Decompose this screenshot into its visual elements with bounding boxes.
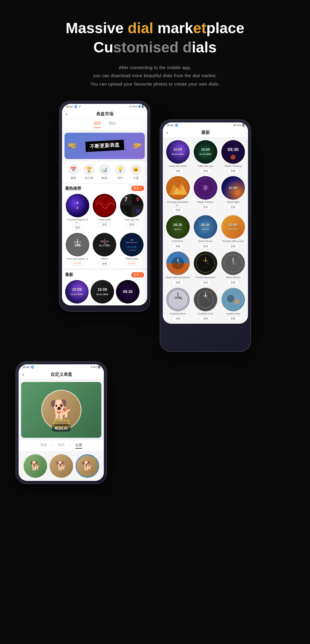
dial-silver-texture-img[interactable]: X: [221, 251, 245, 275]
svg-point-19: [231, 155, 236, 160]
icon-data-circle: 📊: [99, 164, 110, 175]
title-word-stomised: stomised: [113, 39, 183, 56]
icon-minimal[interactable]: 💡 简约: [115, 164, 126, 180]
dial-planet-light-img[interactable]: 10:09: [221, 176, 245, 200]
dial-pure-grey-price[interactable]: ¥ 3.00: [71, 261, 84, 266]
back-button-1[interactable]: ‹: [66, 111, 67, 117]
warm-cold-svg: 12: [166, 251, 190, 275]
title-word-ials: ials: [192, 39, 217, 56]
dial-planet-data-img[interactable]: 20 WEDNESDAY 09:43:55 G: 00H20M: [120, 233, 144, 256]
dial-planet-thinking-install[interactable]: 安装: [227, 168, 239, 174]
dial-cowboy-oval-img[interactable]: MON: [194, 288, 217, 311]
dial-forest-fox-install[interactable]: 安装: [172, 244, 184, 249]
dial-pure-grey-img[interactable]: Jan 11 SAT: [66, 233, 89, 256]
dial-silver-texture-install[interactable]: 安装: [227, 280, 239, 285]
dial-palm-star-install[interactable]: 安装: [200, 168, 211, 174]
icon-ranking[interactable]: 🏆 排行榜: [83, 164, 95, 180]
dial-forest-fox-img[interactable]: 09:30MON 23: [166, 215, 190, 239]
dial-under-moon-label: Under the moon: [169, 165, 187, 168]
tab-style[interactable]: 样式: [58, 443, 65, 449]
back-button-2[interactable]: ‹: [166, 130, 168, 135]
status-bar-3: 18:45 🌀 0.5K/s ▓: [19, 364, 104, 370]
hot-more-button[interactable]: 更多 >: [131, 186, 144, 191]
dial-warm-cold-img[interactable]: 12: [166, 251, 190, 275]
dial-rushing-mountains-img[interactable]: [166, 176, 190, 200]
dial-cowboy-oval: MON Cowboy Oval 安装: [193, 288, 218, 322]
dial-texture-gold-install[interactable]: 安装: [200, 280, 211, 285]
status-time-1: 18:43: [66, 105, 73, 108]
dial-tourists-img[interactable]: 10:0943:34, MON: [221, 215, 245, 239]
status-icon-1: 🌀: [74, 105, 78, 108]
tab-divider-1: |: [52, 443, 53, 449]
dial-wave-point-install[interactable]: 安装: [99, 222, 110, 227]
dial-snow-favors-install[interactable]: 安装: [200, 244, 211, 249]
photo-thumb-1[interactable]: 🐕: [24, 454, 47, 478]
dial-elitism-img[interactable]: WED 06 ELITISM: [93, 233, 116, 256]
dial-magic-pavilion-label: Magic Pavilion: [197, 201, 214, 204]
dial-mini-moon[interactable]: 10:0903-24, MON: [65, 280, 89, 304]
phone-latest: 18:43 🌀 82.1K/s ▓ ‹ 最新 10: [160, 119, 251, 352]
dial-thousand-layers-img[interactable]: ✦◎: [66, 194, 89, 217]
dial-planet-thinking: 09:30 Planet Thinking 安装: [220, 140, 246, 174]
tab-position[interactable]: 位置: [75, 443, 82, 449]
icon-data[interactable]: 📊 数据: [99, 164, 110, 180]
dial-dazzling-silver-img[interactable]: 12:30: [166, 288, 190, 311]
dial-palm-star-img[interactable]: 10:0903-24, MON: [194, 140, 217, 164]
tab-recommended[interactable]: 推荐: [94, 121, 101, 128]
dial-rushing-mountains-install[interactable]: 安装: [172, 207, 184, 213]
tab-bar-1[interactable]: 推荐 我的: [62, 119, 147, 130]
lantern-svg: [221, 288, 245, 311]
status-icon-2: ✔: [79, 105, 81, 108]
dial-mini-planet[interactable]: 09:30: [116, 280, 140, 304]
dial-under-moon-img[interactable]: 10:0903-24, MON: [166, 140, 190, 164]
title-word-place: place: [206, 20, 244, 36]
network-speed-2: 82.1K/s: [233, 124, 242, 127]
dial-tourists-install[interactable]: 安装: [227, 244, 239, 249]
dial-planet-data-price[interactable]: ¥ 6.00: [125, 261, 139, 266]
dial-planet-thinking-img[interactable]: 09:30: [221, 140, 245, 164]
dial-snow-favors-img[interactable]: 09:30MON 23: [194, 215, 217, 239]
tab-background[interactable]: 背景: [40, 443, 47, 449]
icon-cartoon[interactable]: 🐱 卡通: [130, 164, 141, 180]
phones-row: 18:43 🌀 ✔ 13.1K/s 🔷 ▓ ‹ 表盘市场 推荐 我的: [0, 101, 310, 352]
banner-text: 不断更新表盘: [85, 140, 124, 152]
new-dials-row: 10:0903-24, MON 10:0903-24, MON 09:30: [65, 280, 144, 304]
hot-section-title: 最热推荐: [65, 186, 81, 191]
dial-wave-point: Wave point 安装: [92, 194, 117, 230]
dial-warm-cold-install[interactable]: 安装: [172, 280, 184, 285]
phone-marketplace-screen: 18:43 🌀 ✔ 13.1K/s 🔷 ▓ ‹ 表盘市场 推荐 我的: [62, 104, 147, 306]
dial-color-grid-install[interactable]: 安装: [126, 222, 138, 227]
dial-cowboy-oval-install[interactable]: 安装: [200, 316, 211, 321]
dial-pure-grey-label: Pure grey space_A: [67, 257, 88, 260]
photo-thumb-2[interactable]: 🐕: [50, 454, 73, 478]
dial-wave-point-img[interactable]: [93, 194, 116, 217]
dial-magic-pavilion-img[interactable]: 亭: [194, 176, 217, 200]
dial-under-moon-install[interactable]: 安装: [172, 168, 184, 174]
app-header-2: ‹ 最新: [163, 128, 248, 138]
dial-forest-fox: 09:30MON 23 Forest fox 安装: [165, 215, 190, 249]
dial-silver-texture-label: Silver texture: [226, 276, 240, 279]
photo-thumb-3-selected[interactable]: 🐕: [76, 454, 99, 478]
new-more-button[interactable]: 更多 >: [131, 272, 144, 278]
dial-dazzling-silver-install[interactable]: 安装: [172, 316, 184, 321]
dial-elitism-install[interactable]: 安装: [99, 261, 110, 266]
dial-mini-elite[interactable]: 10:0903-24, MON: [91, 280, 114, 304]
tab-mine[interactable]: 我的: [108, 121, 116, 128]
phone-latest-screen: 18:43 🌀 82.1K/s ▓ ‹ 最新 10: [163, 122, 248, 324]
back-button-3[interactable]: ‹: [22, 372, 24, 377]
photo-select-row: 🐕 🐕 🐕: [19, 451, 104, 481]
dial-lantern-man-img[interactable]: [221, 288, 245, 311]
dial-planet-light-install[interactable]: 安装: [227, 205, 239, 210]
dial-color-grid-img[interactable]: 7 6 . 5: [120, 194, 144, 217]
custom-tab-bar[interactable]: 背景 | 样式 | 位置: [19, 440, 104, 451]
dial-texture-gold-img[interactable]: MON X: [194, 251, 217, 275]
icon-latest[interactable]: 📅 最新: [68, 164, 79, 180]
icon-grid: 📅 最新 🏆 排行榜 📊 数据 💡 简约 🐱 卡通: [62, 162, 147, 183]
dial-lantern-man-install[interactable]: 安装: [227, 316, 239, 321]
dial-magic-pavilion-install[interactable]: 安装: [200, 205, 211, 210]
hot-dials-grid: ✦◎ Thousand layers of fl... 安装: [65, 194, 144, 267]
svg-text:09:43:55: 09:43:55: [127, 246, 137, 248]
dial-wave-point-label: Wave point: [99, 218, 111, 221]
grey-svg: Jan 11 SAT: [66, 233, 89, 256]
dial-thousand-layers-install[interactable]: 安装: [72, 225, 83, 230]
